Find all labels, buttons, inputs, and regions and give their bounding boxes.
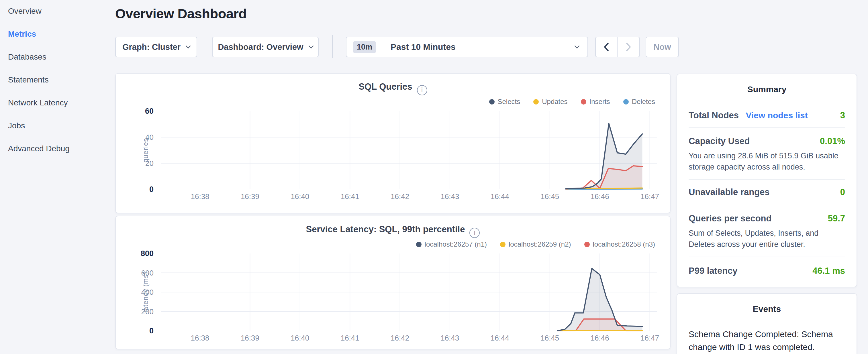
dashboard-dropdown[interactable]: Dashboard: Overview [212, 37, 319, 57]
service-latency-chart-card: Service Latency: SQL, 99th percentilei l… [115, 216, 671, 349]
event-message: Schema Change Completed: Schema change w… [689, 328, 845, 353]
summary-row-label: Queries per second [689, 213, 771, 224]
y-tick-label: 0 [149, 326, 154, 335]
x-tick-label: 16:43 [440, 192, 459, 201]
summary-row-total-nodes: Total Nodes View nodes list 3 [689, 110, 845, 121]
summary-row-capacity-used: Capacity Used 0.01% [689, 136, 845, 147]
y-tick-label: 40 [145, 133, 154, 141]
summary-row-subtext: You are using 28.6 MiB of 515.9 GiB usab… [689, 150, 845, 173]
chevron-down-icon [185, 43, 191, 49]
time-range-selector[interactable]: 10m Past 10 Minutes [346, 37, 588, 57]
summary-row-p99-latency: P99 latency 46.1 ms [689, 266, 845, 276]
sql-queries-chart-plot[interactable]: 16:3816:3916:4016:4116:4216:4316:4416:45… [116, 74, 671, 214]
summary-row-label: P99 latency [689, 266, 738, 276]
summary-title: Summary [689, 85, 845, 94]
sidebar-item-advanced-debug[interactable]: Advanced Debug [8, 143, 70, 154]
time-step-forward-button[interactable] [618, 37, 639, 57]
x-tick-label: 16:39 [241, 192, 259, 201]
x-tick-label: 16:40 [290, 192, 309, 201]
events-panel: Events Schema Change Completed: Schema c… [677, 293, 857, 354]
time-step-buttons [595, 37, 640, 57]
summary-row-unavailable-ranges: Unavailable ranges 0 [689, 187, 845, 197]
x-tick-label: 16:41 [341, 334, 359, 342]
summary-row-value: 3 [840, 110, 845, 121]
x-tick-label: 16:47 [641, 334, 659, 342]
sidebar-item-network-latency[interactable]: Network Latency [8, 98, 68, 108]
divider [689, 127, 845, 128]
dashboard-dropdown-label: Dashboard: Overview [218, 42, 303, 52]
events-title: Events [689, 304, 845, 314]
x-tick-label: 16:40 [290, 334, 309, 342]
divider [689, 179, 845, 180]
sidebar-item-statements[interactable]: Statements [8, 75, 49, 85]
summary-row-label: Total Nodes [689, 110, 739, 120]
summary-row-value: 0 [840, 187, 845, 197]
graph-scope-dropdown[interactable]: Graph: Cluster [115, 37, 197, 57]
chevron-right-icon [625, 42, 632, 52]
summary-row-value: 59.7 [828, 213, 845, 224]
x-tick-label: 16:47 [641, 192, 659, 201]
chevron-left-icon [602, 42, 610, 52]
x-tick-label: 16:45 [540, 334, 559, 342]
x-tick-label: 16:44 [491, 192, 509, 201]
x-tick-label: 16:46 [591, 334, 609, 342]
x-tick-label: 16:46 [591, 192, 609, 201]
x-tick-label: 16:38 [191, 192, 209, 201]
graph-scope-dropdown-label: Graph: Cluster [122, 42, 181, 52]
x-tick-label: 16:42 [391, 192, 409, 201]
y-tick-label: 20 [145, 159, 154, 167]
x-tick-label: 16:41 [341, 192, 359, 201]
x-tick-label: 16:43 [440, 334, 459, 342]
chevron-down-icon [308, 43, 313, 49]
x-tick-label: 16:39 [241, 334, 259, 342]
time-range-label: Past 10 Minutes [391, 42, 456, 52]
time-step-back-button[interactable] [596, 37, 618, 57]
x-tick-label: 16:44 [491, 334, 509, 342]
y-tick-label: 800 [141, 249, 154, 258]
controls-divider [333, 35, 333, 58]
sidebar-item-jobs[interactable]: Jobs [8, 121, 25, 131]
summary-panel: Summary Total Nodes View nodes list 3 Ca… [677, 74, 857, 287]
now-button-label: Now [653, 42, 671, 52]
overview-dashboard-page: { "sidebar": { "items": [ { "label": "Ov… [0, 0, 868, 354]
y-tick-label: 600 [141, 269, 154, 277]
y-tick-label: 60 [145, 107, 154, 116]
time-range-badge: 10m [353, 41, 376, 53]
page-title: Overview Dashboard [115, 6, 247, 22]
summary-row-label: Unavailable ranges [689, 187, 770, 197]
y-tick-label: 400 [141, 288, 154, 296]
sidebar-item-databases[interactable]: Databases [8, 52, 46, 62]
summary-row-subtext: Sum of Selects, Updates, Inserts, and De… [689, 228, 845, 250]
x-tick-label: 16:38 [191, 334, 209, 342]
view-nodes-list-link[interactable]: View nodes list [746, 110, 808, 120]
summary-row-value: 0.01% [820, 136, 845, 147]
y-tick-label: 200 [141, 307, 154, 316]
summary-row-label: Capacity Used [689, 136, 750, 147]
chevron-down-icon [574, 43, 580, 49]
summary-row-queries-per-second: Queries per second 59.7 [689, 213, 845, 224]
x-tick-label: 16:45 [540, 192, 559, 201]
now-button[interactable]: Now [646, 37, 679, 57]
summary-row-value: 46.1 ms [812, 266, 845, 276]
y-tick-label: 0 [149, 185, 154, 194]
x-tick-label: 16:42 [391, 334, 409, 342]
service-latency-chart-plot[interactable]: 16:3816:3916:4016:4116:4216:4316:4416:45… [116, 216, 671, 350]
sidebar-item-metrics[interactable]: Metrics [8, 29, 36, 39]
divider [689, 205, 845, 205]
sidebar-item-overview[interactable]: Overview [8, 6, 41, 16]
divider [689, 257, 845, 257]
sql-queries-chart-card: SQL Queriesi SelectsUpdatesInsertsDelete… [115, 73, 671, 213]
